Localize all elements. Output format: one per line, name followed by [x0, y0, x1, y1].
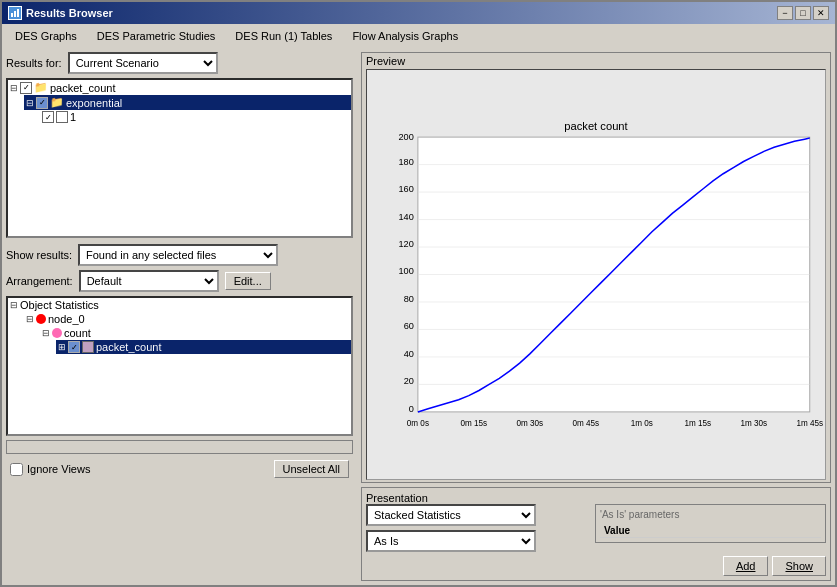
label-object-stats: Object Statistics — [20, 299, 99, 311]
minimize-button[interactable]: − — [777, 6, 793, 20]
svg-rect-3 — [17, 9, 19, 17]
svg-text:80: 80 — [404, 294, 414, 304]
horizontal-scrollbar[interactable] — [6, 440, 353, 454]
svg-rect-1 — [11, 13, 13, 17]
svg-text:0m 0s: 0m 0s — [407, 419, 429, 428]
ignore-views-checkbox[interactable] — [10, 463, 23, 476]
label-packet-count-bottom: packet_count — [96, 341, 161, 353]
edit-button[interactable]: Edit... — [225, 272, 271, 290]
app-icon — [8, 6, 22, 20]
left-panel: Results for: Current Scenario ⊟ 📁 packet… — [2, 48, 357, 585]
tree-item-count[interactable]: ⊟ count — [40, 326, 351, 340]
checkbox-pc-bottom[interactable] — [68, 341, 80, 353]
right-panel: Preview packet count 0 20 40 60 — [357, 48, 835, 585]
label-node0: node_0 — [48, 313, 85, 325]
label-1: 1 — [70, 111, 76, 123]
svg-text:1m 30s: 1m 30s — [740, 419, 767, 428]
svg-rect-2 — [14, 11, 16, 17]
value-column-header: Value — [600, 524, 821, 538]
ignore-views-row: Ignore Views — [10, 463, 90, 476]
upper-tree-panel[interactable]: ⊟ 📁 packet_count ⊟ 📁 exponential 1 — [6, 78, 353, 238]
svg-text:60: 60 — [404, 321, 414, 331]
expand-icon-obj: ⊟ — [10, 300, 18, 310]
svg-text:160: 160 — [399, 184, 414, 194]
bottom-tree-panel[interactable]: ⊟ Object Statistics ⊟ node_0 ⊟ count — [6, 296, 353, 436]
svg-text:140: 140 — [399, 212, 414, 222]
svg-text:0m 45s: 0m 45s — [572, 419, 599, 428]
tab-des-parametric[interactable]: DES Parametric Studies — [88, 26, 225, 46]
chart-area: packet count 0 20 40 60 80 100 120 140 1… — [366, 69, 826, 480]
maximize-button[interactable]: □ — [795, 6, 811, 20]
svg-text:20: 20 — [404, 376, 414, 386]
doc-icon-pc — [82, 341, 94, 353]
svg-text:packet count: packet count — [564, 120, 628, 132]
arrangement-select[interactable]: Default — [79, 270, 219, 292]
ignore-views-label: Ignore Views — [27, 463, 90, 475]
svg-text:0: 0 — [409, 404, 414, 414]
expand-icon-node0: ⊟ — [26, 314, 34, 324]
unselect-all-button[interactable]: Unselect All — [274, 460, 349, 478]
label-exponential: exponential — [66, 97, 122, 109]
results-for-row: Results for: Current Scenario — [6, 52, 353, 74]
arrangement-row: Arrangement: Default Edit... — [6, 270, 353, 292]
tree-item-packet-count-bottom[interactable]: ⊞ packet_count — [56, 340, 351, 354]
svg-text:0m 15s: 0m 15s — [461, 419, 488, 428]
results-for-select[interactable]: Current Scenario — [68, 52, 218, 74]
show-results-row: Show results: Found in any selected file… — [6, 244, 353, 266]
title-bar-buttons: − □ ✕ — [777, 6, 829, 20]
add-button[interactable]: Add — [723, 556, 769, 576]
as-is-params-group: 'As Is' parameters Value — [595, 504, 826, 543]
title-bar: Results Browser − □ ✕ — [2, 2, 835, 24]
expand-icon-exp: ⊟ — [26, 98, 34, 108]
tree-item-exponential[interactable]: ⊟ 📁 exponential — [24, 95, 351, 110]
label-count: count — [64, 327, 91, 339]
tree-item-object-stats[interactable]: ⊟ Object Statistics — [8, 298, 351, 312]
arrangement-label: Arrangement: — [6, 275, 73, 287]
title-bar-left: Results Browser — [8, 6, 113, 20]
svg-text:1m 45s: 1m 45s — [796, 419, 823, 428]
red-circle-node0 — [36, 314, 46, 324]
tab-flow-analysis[interactable]: Flow Analysis Graphs — [343, 26, 467, 46]
show-results-label: Show results: — [6, 249, 72, 261]
expand-icon-count: ⊟ — [42, 328, 50, 338]
window-title: Results Browser — [26, 7, 113, 19]
tree-item-node0[interactable]: ⊟ node_0 — [24, 312, 351, 326]
expand-icon: ⊟ — [10, 83, 18, 93]
as-is-select[interactable]: As Is — [366, 530, 536, 552]
presentation-row: Stacked Statistics As Is 'As Is' paramet… — [366, 504, 826, 552]
presentation-section: Presentation Stacked Statistics As Is 'A… — [361, 487, 831, 581]
svg-text:120: 120 — [399, 239, 414, 249]
results-for-label: Results for: — [6, 57, 62, 69]
tab-des-run-tables[interactable]: DES Run (1) Tables — [226, 26, 341, 46]
folder-icon-packet-count: 📁 — [34, 81, 48, 94]
svg-text:100: 100 — [399, 267, 414, 277]
svg-text:40: 40 — [404, 349, 414, 359]
checkbox-exponential[interactable] — [36, 97, 48, 109]
expand-icon-pc: ⊞ — [58, 342, 66, 352]
checkbox-1[interactable] — [42, 111, 54, 123]
stacked-statistics-select[interactable]: Stacked Statistics — [366, 504, 536, 526]
tree-item-1[interactable]: 1 — [40, 110, 351, 124]
presentation-left: Stacked Statistics As Is — [366, 504, 587, 552]
show-button[interactable]: Show — [772, 556, 826, 576]
as-is-table: Value — [600, 524, 821, 538]
show-results-select[interactable]: Found in any selected files — [78, 244, 278, 266]
pink-circle-count — [52, 328, 62, 338]
svg-text:0m 30s: 0m 30s — [517, 419, 544, 428]
close-button[interactable]: ✕ — [813, 6, 829, 20]
as-is-params-title: 'As Is' parameters — [600, 509, 821, 520]
label-packet-count: packet_count — [50, 82, 115, 94]
folder-icon-exp: 📁 — [50, 96, 64, 109]
menu-bar: DES Graphs DES Parametric Studies DES Ru… — [2, 24, 835, 48]
doc-icon-1 — [56, 111, 68, 123]
presentation-btn-row: Add Show — [366, 556, 826, 576]
bottom-controls-row: Ignore Views Unselect All — [6, 458, 353, 480]
tab-des-graphs[interactable]: DES Graphs — [6, 26, 86, 46]
results-browser-window: Results Browser − □ ✕ DES Graphs DES Par… — [0, 0, 837, 587]
preview-title: Preview — [366, 55, 826, 67]
main-content: Results for: Current Scenario ⊟ 📁 packet… — [2, 48, 835, 585]
svg-text:1m 0s: 1m 0s — [631, 419, 653, 428]
checkbox-packet-count[interactable] — [20, 82, 32, 94]
svg-text:200: 200 — [399, 132, 414, 142]
tree-item-packet-count[interactable]: ⊟ 📁 packet_count — [8, 80, 351, 95]
